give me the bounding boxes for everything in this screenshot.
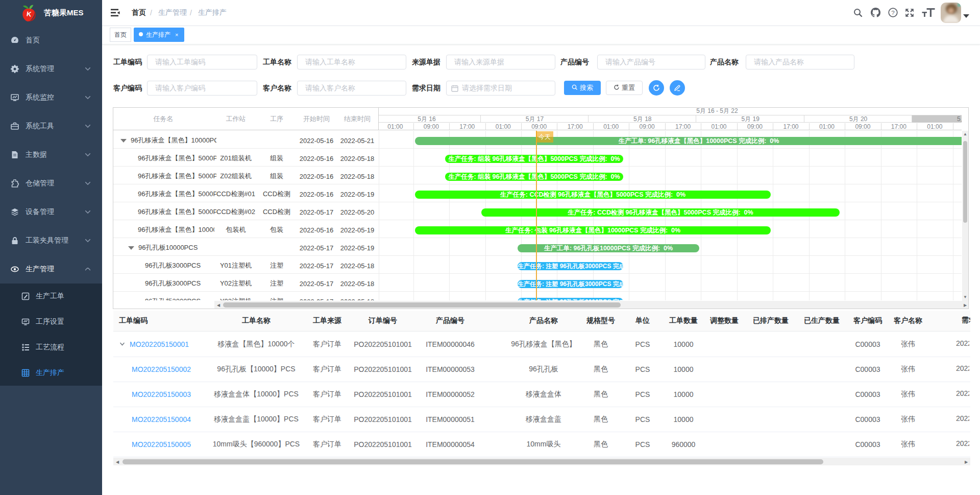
svg-text:?: ? bbox=[891, 10, 894, 16]
